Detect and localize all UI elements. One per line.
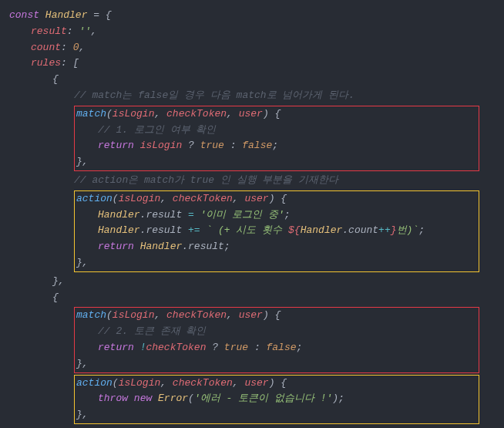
code-line: }, <box>75 356 479 372</box>
code-line: }, <box>75 407 479 423</box>
code-line: { <box>9 290 495 306</box>
code-line: Handler.result += ` (+ 시도 횟수 ${Handler.c… <box>75 223 479 239</box>
code-line: result: '', <box>9 24 495 40</box>
code-line: throw new Error('에러 - 토큰이 없습니다 !'); <box>75 391 479 407</box>
code-line: match(isLogin, checkToken, user) { <box>75 106 479 123</box>
code-line: action(isLogin, checkToken, user) { <box>75 191 479 207</box>
code-line: action(isLogin, checkToken, user) { <box>75 376 479 392</box>
action-block-1: action(isLogin, checkToken, user) { Hand… <box>74 190 479 272</box>
code-line: return isLogin ? true : false; <box>75 138 479 154</box>
action-block-2: action(isLogin, checkToken, user) { thro… <box>74 375 479 424</box>
code-line: return !checkToken ? true : false; <box>75 340 479 356</box>
code-line: { <box>9 72 495 88</box>
code-line: count: 0, <box>9 40 495 56</box>
code-line: }, <box>75 154 479 170</box>
match-block-1: match(isLogin, checkToken, user) { // 1.… <box>74 106 479 171</box>
code-line: rules: [ <box>9 56 495 72</box>
match-block-2: match(isLogin, checkToken, user) { // 2.… <box>74 307 479 372</box>
code-line: }, <box>9 274 495 290</box>
code-block: const Handler = { result: '', count: 0, … <box>9 8 495 428</box>
code-line: const Handler = { <box>9 8 495 24</box>
code-comment: // match는 false일 경우 다음 match로 넘어가게 된다. <box>9 88 495 104</box>
code-comment: // 2. 토큰 존재 확인 <box>75 324 479 340</box>
code-line: match(isLogin, checkToken, user) { <box>75 308 479 324</box>
code-line: }, <box>75 255 479 271</box>
code-comment: // 1. 로그인 여부 확인 <box>75 123 479 139</box>
code-line: return Handler.result; <box>75 239 479 255</box>
code-comment: // action은 match가 true 인 실행 부분을 기재한다 <box>9 173 495 189</box>
code-line: Handler.result = '이미 로그인 중'; <box>75 207 479 224</box>
